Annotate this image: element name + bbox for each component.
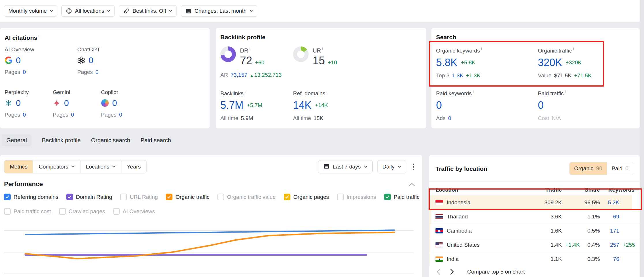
tab-general[interactable]: General — [2, 134, 31, 146]
toggle-paid[interactable]: Paid0 — [607, 162, 633, 175]
checkbox-domain-rating[interactable]: Domain Rating — [66, 194, 112, 200]
segment-years[interactable]: Years — [121, 160, 147, 173]
chatgpt-value[interactable]: 0 — [89, 55, 93, 65]
search-card: Search Organic keywords 5.8K+5.8K Top 31… — [431, 28, 640, 128]
checkbox-unchecked[interactable] — [59, 208, 66, 215]
tab-paid-search[interactable]: Paid search — [140, 134, 171, 146]
info-icon — [37, 34, 40, 41]
checkbox-referring-domains[interactable]: Referring domains — [4, 194, 58, 200]
info-icon — [243, 89, 245, 97]
perplexity-value[interactable]: 0 — [16, 98, 21, 108]
chart-controls: Metrics Competitors Locations Years — [4, 160, 147, 173]
checkbox-unchecked[interactable] — [4, 208, 11, 215]
ar-value[interactable]: 73,157 — [230, 72, 247, 78]
table-row-united-states[interactable]: United States 1.4K +1.4K 0.4% 257 +255 — [429, 238, 640, 252]
pages-value[interactable]: 0 — [23, 69, 26, 75]
locations-filter[interactable]: All locations — [61, 5, 115, 17]
pages-value[interactable]: 0 — [119, 112, 122, 118]
table-row-thailand[interactable]: Thailand 3.6K 1.1% 69 — [429, 209, 640, 224]
checkbox-checked[interactable] — [4, 194, 11, 200]
segment-metrics[interactable]: Metrics — [4, 160, 33, 173]
chatgpt-metric: ChatGPT 0 Pages0 — [77, 46, 150, 75]
ref-domains-value[interactable]: 14K — [293, 99, 311, 112]
granularity-select[interactable]: Daily — [377, 160, 406, 173]
organic-traffic-delta: +320K — [566, 59, 581, 66]
table-row-cambodia[interactable]: Cambodia 1.6K 0.5% 171 — [429, 224, 640, 238]
checkbox-impressions[interactable]: Impressions — [337, 194, 376, 200]
tab-organic-search[interactable]: Organic search — [91, 134, 130, 146]
copilot-label: Copilot — [101, 89, 149, 96]
column-share[interactable]: Share — [579, 187, 600, 193]
tab-backlink-profile[interactable]: Backlink profile — [42, 134, 81, 146]
column-keywords[interactable]: Keywords — [600, 187, 634, 193]
gemini-value[interactable]: 0 — [64, 98, 69, 108]
column-traffic[interactable]: Traffic — [522, 187, 562, 193]
checkbox-organic-traffic[interactable]: Organic traffic — [166, 194, 209, 200]
dr-value: 72 — [240, 55, 252, 67]
organic-count: 90 — [596, 165, 602, 172]
backlinks-label: Backlinks — [220, 89, 293, 97]
checkbox-organic-traffic-value[interactable]: Organic traffic value — [217, 194, 276, 200]
checkbox-paid-traffic[interactable]: Paid traffic — [384, 194, 419, 200]
checkbox-unchecked[interactable] — [217, 194, 224, 200]
checkbox-unchecked[interactable] — [337, 194, 344, 200]
thailand-flag-icon — [435, 214, 443, 219]
pages-value[interactable]: 0 — [23, 112, 26, 118]
organic-traffic-value[interactable]: 320K — [538, 56, 562, 69]
next-page-icon[interactable] — [449, 267, 455, 276]
info-icon — [572, 46, 574, 54]
keywords-link[interactable]: 69 — [600, 214, 619, 220]
calendar-icon — [185, 8, 191, 14]
ai-overview-value[interactable]: 0 — [16, 55, 21, 65]
more-options-menu[interactable] — [411, 162, 416, 172]
pages-value[interactable]: 0 — [95, 69, 99, 75]
keywords-link[interactable]: 257 — [600, 242, 619, 248]
column-location[interactable]: Location — [435, 187, 522, 193]
checkbox-organic-pages[interactable]: Organic pages — [284, 194, 329, 200]
checkbox-checked[interactable] — [384, 194, 391, 200]
table-row-indonesia[interactable]: Indonesia 309.2K 96.5% 5.2K — [429, 195, 640, 209]
checkbox-paid-traffic-cost[interactable]: Paid traffic cost — [4, 208, 51, 215]
best-links-filter[interactable]: Best links: Off — [119, 5, 177, 17]
changes-filter[interactable]: Changes: Last month — [181, 5, 257, 17]
keywords-link[interactable]: 5.2K — [600, 199, 619, 206]
checkbox-checked[interactable] — [66, 194, 73, 200]
compare-top5-action[interactable]: Compare top 5 on chart — [467, 269, 525, 275]
monthly-volume-filter[interactable]: Monthly volume — [4, 5, 57, 17]
share-value: 0.3% — [579, 256, 600, 262]
keywords-link[interactable]: 76 — [600, 256, 619, 262]
share-bar — [429, 224, 430, 238]
keywords-link[interactable]: 171 — [600, 228, 619, 234]
changes-label: Changes: Last month — [194, 8, 247, 14]
checkbox-unchecked[interactable] — [120, 194, 127, 200]
paid-traffic-value[interactable]: 0 — [538, 99, 544, 112]
segment-locations[interactable]: Locations — [80, 160, 121, 173]
checkbox-url-rating[interactable]: URL Rating — [120, 194, 158, 200]
checkbox-ai-overviews[interactable]: AI Overviews — [113, 208, 155, 215]
pages-label: Pages — [53, 112, 68, 118]
ai-overview-metric: AI Overview 0 Pages0 — [5, 46, 77, 75]
chevron-down-icon — [364, 166, 367, 168]
filters-toolbar: Monthly volume All locations Best links:… — [0, 0, 640, 22]
perplexity-label: Perplexity — [5, 89, 53, 96]
toggle-organic[interactable]: Organic90 — [570, 162, 607, 175]
checkbox-unchecked[interactable] — [113, 208, 120, 215]
top3-value[interactable]: 1.3K — [452, 72, 463, 79]
table-row-india[interactable]: India 1.1K 0.3% 76 — [429, 252, 640, 266]
checkbox-crawled-pages[interactable]: Crawled pages — [59, 208, 105, 215]
backlinks-value[interactable]: 5.7M — [220, 99, 243, 112]
ads-value[interactable]: 0 — [448, 115, 451, 121]
segment-competitors[interactable]: Competitors — [33, 160, 80, 173]
pages-value[interactable]: 0 — [71, 112, 74, 118]
copilot-value[interactable]: 0 — [112, 98, 117, 108]
date-range-select[interactable]: Last 7 days — [318, 160, 373, 173]
scrollbar-track[interactable] — [640, 0, 644, 277]
paid-keywords-value[interactable]: 0 — [436, 99, 442, 112]
info-icon — [472, 89, 474, 97]
checkbox-checked[interactable] — [166, 194, 172, 200]
location-table-footer: Compare top 5 on chart — [435, 267, 525, 276]
checkbox-checked[interactable] — [284, 194, 290, 200]
collapse-chevron-icon[interactable] — [409, 182, 415, 187]
previous-page-icon[interactable] — [435, 267, 442, 276]
organic-keywords-value[interactable]: 5.8K — [436, 56, 457, 69]
